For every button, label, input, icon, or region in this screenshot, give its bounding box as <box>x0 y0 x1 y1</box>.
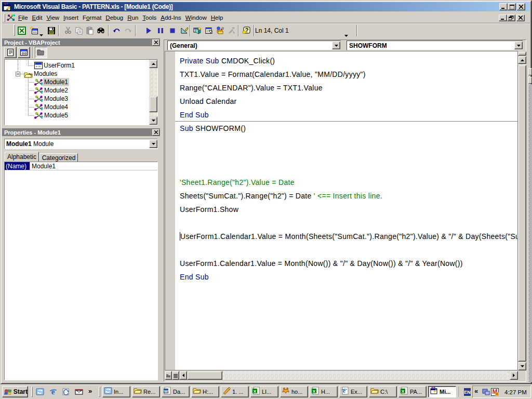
svg-text:X: X <box>313 389 316 394</box>
svg-text:W: W <box>164 389 168 394</box>
svg-text:e: e <box>51 388 55 396</box>
svg-text:X: X <box>402 389 405 394</box>
svg-text:X: X <box>254 389 257 394</box>
svg-text:e: e <box>343 387 346 394</box>
